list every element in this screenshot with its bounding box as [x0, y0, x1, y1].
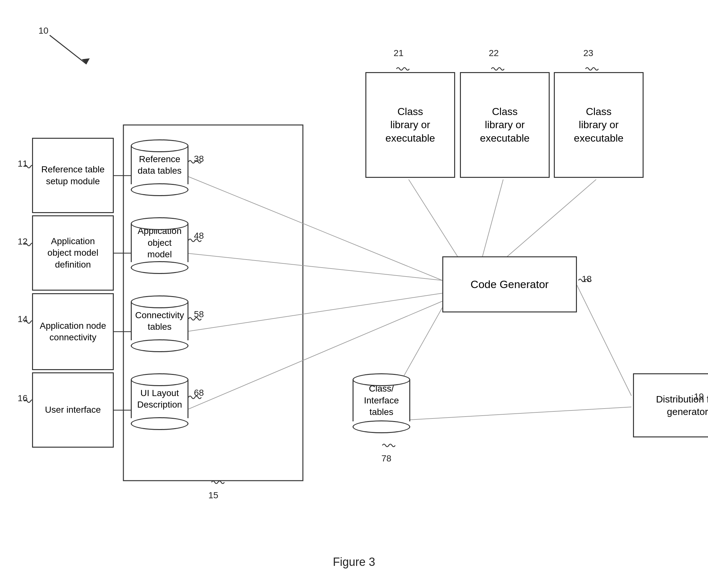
app-node-connectivity-label: Application nodeconnectivity	[40, 320, 106, 344]
svg-line-12	[481, 179, 503, 263]
ref-label-58: 58	[194, 309, 204, 320]
cylinder-top-48	[131, 217, 188, 230]
ref-label-12: 12	[18, 236, 28, 247]
code-generator-label: Code Generator	[471, 277, 549, 291]
ref-label-15: 15	[208, 490, 218, 501]
app-object-model-label: Applicationobject modeldefinition	[48, 236, 98, 270]
svg-line-9	[186, 293, 442, 332]
svg-line-0	[50, 35, 87, 64]
ref-label-19: 19	[694, 391, 704, 402]
user-interface-label: User interface	[45, 404, 101, 416]
svg-line-14	[577, 285, 631, 396]
class-lib-22-box: Classlibrary orexecutable	[460, 72, 550, 178]
cylinder-top-68	[131, 373, 188, 386]
ref-label-16: 16	[18, 393, 28, 404]
distribution-file-box: Distribution filegenerator	[633, 373, 708, 437]
class-lib-21-label: Classlibrary orexecutable	[386, 105, 435, 145]
ref-label-48: 48	[194, 231, 204, 241]
user-interface-box: User interface	[32, 372, 114, 448]
figure-caption: Figure 3	[306, 555, 402, 569]
svg-line-8	[186, 253, 442, 281]
ref-table-setup-box: Reference tablesetup module	[32, 138, 114, 213]
app-object-model-box: Applicationobject modeldefinition	[32, 215, 114, 291]
cylinder-top-78	[353, 373, 410, 386]
app-object-model-cylinder: Applicationobjectmodel	[131, 217, 188, 274]
class-interface-tables-cylinder: Class/Interfacetables	[353, 373, 410, 433]
cylinder-bottom-38	[131, 183, 188, 196]
cylinder-bottom-48	[131, 261, 188, 274]
svg-marker-1	[82, 58, 90, 64]
class-lib-22-label: Classlibrary orexecutable	[480, 105, 530, 145]
ref-label-10: 10	[38, 26, 49, 36]
connectivity-tables-cylinder: Connectivitytables	[131, 295, 188, 352]
ref-label-23: 23	[583, 48, 593, 58]
svg-line-7	[186, 176, 442, 281]
cylinder-bottom-68	[131, 417, 188, 430]
ref-label-14: 14	[18, 314, 28, 324]
class-lib-23-box: Classlibrary orexecutable	[554, 72, 644, 178]
cylinder-bottom-78	[353, 420, 410, 433]
ref-label-78: 78	[381, 453, 391, 464]
reference-data-tables-cylinder: Referencedata tables	[131, 139, 188, 196]
ref-label-21: 21	[393, 48, 404, 58]
diagram: 10 11 Reference tablesetup module 12 App…	[0, 0, 708, 588]
ref-label-22: 22	[489, 48, 499, 58]
class-lib-23-label: Classlibrary orexecutable	[574, 105, 624, 145]
svg-line-11	[409, 179, 462, 263]
cylinder-top-58	[131, 295, 188, 308]
code-generator-box: Code Generator	[442, 256, 577, 313]
svg-line-13	[500, 179, 596, 263]
cylinder-bottom-58	[131, 339, 188, 352]
ref-label-11: 11	[18, 158, 28, 169]
ref-table-setup-label: Reference tablesetup module	[41, 164, 105, 187]
ref-label-18: 18	[582, 274, 592, 284]
cylinder-top-38	[131, 139, 188, 152]
class-lib-21-box: Classlibrary orexecutable	[365, 72, 455, 178]
ref-label-38: 38	[194, 154, 204, 164]
ref-label-68: 68	[194, 388, 204, 398]
ui-layout-cylinder: UI LayoutDescription	[131, 373, 188, 430]
app-node-connectivity-box: Application nodeconnectivity	[32, 293, 114, 370]
svg-line-16	[410, 407, 631, 420]
